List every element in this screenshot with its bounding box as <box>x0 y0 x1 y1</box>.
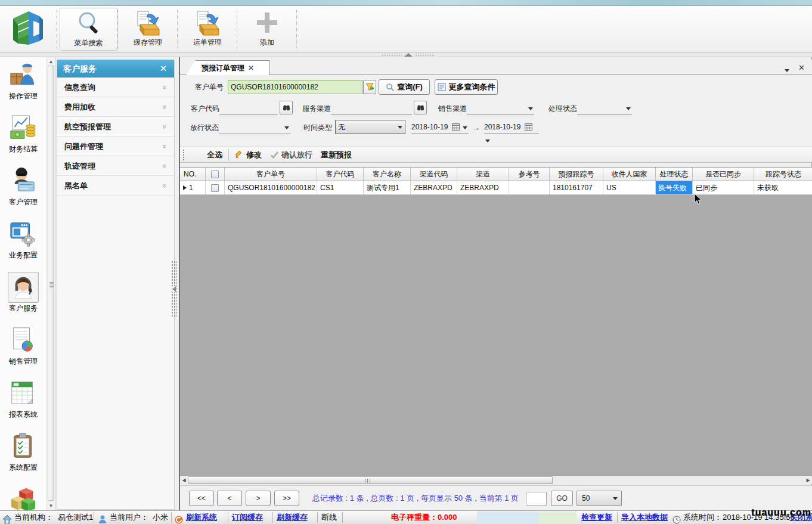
checkbox-icon[interactable] <box>211 184 219 192</box>
more-conditions-button[interactable]: 更多查询条件 <box>435 79 498 95</box>
tab-close-icon[interactable]: ✕ <box>248 64 254 72</box>
filter-funnel-button[interactable] <box>363 80 376 94</box>
subscribe-cache-link[interactable]: 订阅缓存 <box>232 511 263 524</box>
sidebar-item-reports[interactable]: 报表系统 <box>0 378 47 429</box>
col-header[interactable]: 客户代码 <box>317 168 364 181</box>
panel-item-label: 问题件管理 <box>64 142 103 151</box>
sidebar-item-sales[interactable]: 销售管理 <box>0 325 47 376</box>
sidebar-item-customer-mgmt[interactable]: 客户管理 <box>0 166 47 216</box>
toolbar-button-label: 添加 <box>243 38 292 47</box>
col-header-no[interactable]: NO. <box>180 168 206 181</box>
confirm-release-button[interactable]: 确认放行 <box>270 150 312 160</box>
panel-splitter-handle[interactable] <box>171 261 177 317</box>
date-to-field[interactable]: 2018-10-19 <box>484 120 539 134</box>
modify-button[interactable]: 修改 <box>235 150 262 160</box>
panel-close-icon[interactable]: ✕ <box>157 63 169 75</box>
re-forecast-button[interactable]: 重新预报 <box>321 150 352 160</box>
row-pointer-icon <box>183 185 187 190</box>
col-header[interactable]: 跟踪号状态 <box>754 168 812 181</box>
sidebar-scrollbar[interactable]: ▲ ▼ <box>47 57 55 510</box>
pencil-icon <box>235 150 244 159</box>
toolbar-button-waybill[interactable]: 运单管理 <box>183 8 232 51</box>
refresh-system-link[interactable]: 刷新系统 <box>186 511 217 524</box>
hscroll-thumb[interactable] <box>188 476 553 484</box>
separator <box>228 512 228 523</box>
col-header[interactable]: 客户单号 <box>225 168 317 181</box>
release-status-dropdown[interactable] <box>219 121 290 134</box>
next-page-button[interactable]: > <box>246 491 271 506</box>
go-button[interactable]: GO <box>551 491 573 506</box>
cell-process-status-selected[interactable]: 换号失败 <box>656 181 693 195</box>
toolbar-button-menu-search[interactable]: 菜单搜索 <box>60 8 117 51</box>
page-size-dropdown[interactable]: 50 <box>577 491 622 506</box>
panel-title: 客户服务 <box>63 64 97 73</box>
check-update-link[interactable]: 检查更新 <box>581 511 612 524</box>
sidebar-item-label: 客户管理 <box>9 198 38 206</box>
service-channel-input[interactable] <box>331 102 412 115</box>
process-status-dropdown[interactable] <box>577 102 632 115</box>
time-type-dropdown[interactable]: 无 <box>335 120 405 134</box>
checkbox-icon[interactable] <box>211 170 219 178</box>
customer-code-lookup-button[interactable] <box>280 101 293 114</box>
grid-horizontal-scrollbar[interactable]: ◀ ▶ <box>180 475 812 484</box>
toolbar-button-cache[interactable]: 缓存管理 <box>123 8 172 51</box>
panel-item-track-mgmt[interactable]: 轨迹管理» <box>57 156 174 176</box>
collapse-left-icon <box>172 286 176 292</box>
select-all-button[interactable]: 全选 <box>207 150 222 160</box>
col-header[interactable]: 参考号 <box>509 168 550 181</box>
sidebar-item-customer-service[interactable]: 客户服务 <box>0 272 47 323</box>
col-header[interactable]: 预报跟踪号 <box>550 168 603 181</box>
toolbar-button-add[interactable]: 添加 <box>243 8 292 51</box>
col-header[interactable]: 是否已同步 <box>693 168 754 181</box>
scroll-left-icon[interactable]: ◀ <box>180 476 188 484</box>
scroll-down-icon[interactable]: ▼ <box>47 502 55 510</box>
system-config-icon <box>8 431 39 462</box>
panel-item-label: 航空预报管理 <box>64 122 111 131</box>
page-number-input[interactable] <box>526 492 547 506</box>
table-row[interactable]: 1 QGUSOR18101600000182 CS1 测试专用1 ZEBRAXP… <box>180 181 812 195</box>
import-local-data-link[interactable]: 导入本地数据 <box>621 511 668 524</box>
sales-channel-dropdown[interactable] <box>467 102 534 115</box>
sidebar-item-label: 客户服务 <box>9 304 38 312</box>
service-channel-lookup-button[interactable] <box>414 101 427 114</box>
main-content: 预报订单管理 ✕ ✕ 客户单号 查询(F) 更 <box>179 57 812 510</box>
sidebar-item-lading[interactable]: 提单管理 <box>0 484 47 510</box>
binoculars-icon <box>416 103 425 112</box>
panel-item-info-query[interactable]: 信息查询» <box>57 77 174 97</box>
prev-page-button[interactable]: < <box>217 491 242 506</box>
scroll-up-icon[interactable]: ▲ <box>47 58 55 66</box>
status-bar: 当前机构： 易仓测试1 当前用户： 小米 刷新系统 订阅缓存 刷新缓存 断线 电… <box>0 510 812 524</box>
tab-list-dropdown-icon[interactable] <box>785 65 789 74</box>
refresh-cache-link[interactable]: 刷新缓存 <box>277 511 308 524</box>
search-button[interactable]: 查询(F) <box>379 79 430 95</box>
toolbar-collapse-handle[interactable] <box>376 52 441 57</box>
sidebar-item-business-config[interactable]: 业务配置 <box>0 219 47 269</box>
sidebar-item-finance[interactable]: 财务结算 <box>0 113 47 163</box>
sidebar-item-label: 财务结算 <box>9 145 38 153</box>
sidebar-scroll-thumb[interactable] <box>48 66 54 501</box>
last-page-button[interactable]: >> <box>274 491 299 506</box>
col-header[interactable]: 客户名称 <box>364 168 411 181</box>
col-header[interactable]: 渠道 <box>457 168 509 181</box>
first-page-button[interactable]: << <box>189 491 214 506</box>
cell-customer-code: CS1 <box>317 181 364 195</box>
home-icon <box>2 513 12 524</box>
customer-no-input[interactable] <box>228 80 362 94</box>
scroll-right-icon[interactable]: ▶ <box>804 476 812 484</box>
row-checkbox-cell[interactable] <box>206 181 225 195</box>
col-header[interactable]: 渠道代码 <box>411 168 457 181</box>
col-header[interactable]: 收件人国家 <box>603 168 656 181</box>
col-header-checkbox[interactable] <box>206 168 225 181</box>
panel-item-air-forecast[interactable]: 航空预报管理» <box>57 117 174 137</box>
panel-item-fee-surcharge[interactable]: 费用加收» <box>57 97 174 117</box>
row-no-cell: 1 <box>180 181 206 195</box>
tab-forecast-order-mgmt[interactable]: 预报订单管理 ✕ <box>186 60 269 75</box>
col-header[interactable]: 处理状态 <box>656 168 693 181</box>
sidebar-item-system-config[interactable]: 系统配置 <box>0 431 47 482</box>
customer-code-input[interactable] <box>219 102 278 115</box>
tabbar-close-icon[interactable]: ✕ <box>798 63 805 72</box>
panel-item-blacklist[interactable]: 黑名单» <box>57 176 174 196</box>
sidebar-item-operations[interactable]: 操作管理 <box>0 60 47 110</box>
date-from-field[interactable]: 2018-10-19 <box>411 120 469 134</box>
panel-item-problem-pieces[interactable]: 问题件管理» <box>57 137 174 156</box>
